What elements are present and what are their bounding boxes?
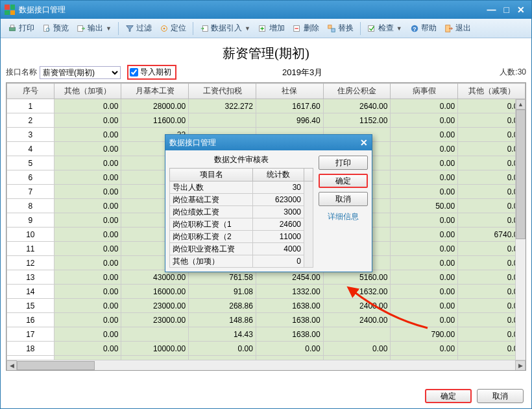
cell[interactable]: 0.00 xyxy=(54,185,121,199)
preview-button[interactable]: 预览 xyxy=(39,21,72,35)
cell[interactable]: 50.00 xyxy=(391,199,458,213)
cell[interactable]: 0.00 xyxy=(54,285,121,299)
cell[interactable]: 0.00 xyxy=(391,256,458,270)
dialog-close-icon[interactable]: ✕ xyxy=(360,137,368,148)
cell[interactable]: 0.00 xyxy=(54,299,121,313)
col-header[interactable]: 病事假 xyxy=(391,84,458,99)
cell[interactable]: 0.00 xyxy=(391,113,458,128)
cell[interactable]: 0.00 xyxy=(391,142,458,156)
cell[interactable]: 148.86 xyxy=(189,313,256,327)
check-button[interactable]: 检查▼ xyxy=(364,21,405,35)
table-row[interactable]: 10.0028000.00322.2721617.602640.000.000.… xyxy=(7,99,526,113)
cell[interactable]: 1638.00 xyxy=(256,327,323,342)
cell[interactable]: 0.00 xyxy=(391,313,458,327)
cell[interactable]: 0.00 xyxy=(54,128,121,142)
cell[interactable]: 0.00 xyxy=(391,128,458,142)
close-button[interactable]: ✕ xyxy=(517,5,525,15)
locate-button[interactable]: 定位 xyxy=(156,21,189,35)
cell[interactable]: 1638.00 xyxy=(256,313,323,327)
output-button[interactable]: 输出▼ xyxy=(73,21,115,35)
delete-button[interactable]: 删除 xyxy=(289,21,322,35)
col-header[interactable]: 住房公积金 xyxy=(323,84,391,99)
table-row[interactable]: 150.0023000.00268.861638.002400.000.000.… xyxy=(7,299,526,313)
cell[interactable]: 16000.00 xyxy=(121,285,189,299)
modal-scrollbar[interactable] xyxy=(304,181,313,268)
cell[interactable]: 91.08 xyxy=(189,285,256,299)
cell[interactable]: 1638.00 xyxy=(256,299,323,313)
audit-row[interactable]: 岗位基础工资623000 xyxy=(170,194,313,206)
cell[interactable]: 10000.00 xyxy=(121,342,189,356)
cell[interactable]: 996.40 xyxy=(256,113,323,128)
cell[interactable]: 1332.00 xyxy=(256,285,323,299)
cell[interactable]: 0.00 xyxy=(54,242,121,256)
table-row[interactable]: 160.0023000.00148.861638.002400.000.000.… xyxy=(7,313,526,327)
cell[interactable]: 0.00 xyxy=(391,242,458,256)
cell[interactable] xyxy=(121,327,189,342)
cell[interactable]: 0.00 xyxy=(391,99,458,113)
cell[interactable]: 0.00 xyxy=(54,342,121,356)
cell[interactable]: 0.00 xyxy=(391,185,458,199)
col-header[interactable]: 社保 xyxy=(256,84,323,99)
cell[interactable]: 2400.00 xyxy=(323,299,391,313)
print-button[interactable]: 打印 xyxy=(5,21,38,35)
cell[interactable]: 2400.00 xyxy=(323,313,391,327)
audit-row[interactable]: 岗位职业资格工资4000 xyxy=(170,243,313,255)
cell[interactable]: 1632.00 xyxy=(323,285,391,299)
cell[interactable]: 14.43 xyxy=(189,327,256,342)
cell[interactable]: 0.00 xyxy=(323,342,391,356)
audit-row[interactable]: 岗位职称工资（124600 xyxy=(170,218,313,231)
maximize-button[interactable]: □ xyxy=(504,5,509,15)
cell[interactable]: 0.00 xyxy=(54,170,121,185)
dialog-detail-link[interactable]: 详细信息 xyxy=(319,211,368,222)
scroll-up-icon[interactable]: ▲ xyxy=(516,99,526,110)
help-button[interactable]: ?帮助 xyxy=(407,21,440,35)
cell[interactable]: 0.00 xyxy=(54,213,121,228)
cell[interactable]: 0.00 xyxy=(391,342,458,356)
col-header[interactable]: 工资代扣税 xyxy=(189,84,256,99)
cell[interactable]: 0.00 xyxy=(54,156,121,170)
cancel-button[interactable]: 取消 xyxy=(477,389,524,403)
cell[interactable]: 0.00 xyxy=(54,142,121,156)
cell[interactable]: 0.00 xyxy=(391,213,458,228)
dialog-print-button[interactable]: 打印 xyxy=(319,156,368,170)
import-button[interactable]: 数据引入▼ xyxy=(197,21,254,35)
cell[interactable]: 0.00 xyxy=(189,342,256,356)
table-row[interactable]: 20.0011600.00996.401152.000.000.00 xyxy=(7,113,526,128)
cell[interactable]: 0.00 xyxy=(391,285,458,299)
ok-button[interactable]: 确定 xyxy=(425,389,472,403)
cell[interactable]: 0.00 xyxy=(54,270,121,285)
cell[interactable]: 0.00 xyxy=(54,327,121,342)
dialog-cancel-button[interactable]: 取消 xyxy=(319,192,368,206)
table-row[interactable]: 180.0010000.000.000.000.000.000.00 xyxy=(7,342,526,356)
dialog-ok-button[interactable]: 确定 xyxy=(319,174,368,188)
table-row[interactable]: 140.0016000.0091.081332.001632.000.000.0… xyxy=(7,285,526,299)
col-header[interactable]: 序号 xyxy=(7,84,54,99)
cell[interactable]: 0.00 xyxy=(54,313,121,327)
col-header[interactable]: 月基本工资 xyxy=(121,84,189,99)
cell[interactable] xyxy=(189,113,256,128)
audit-row[interactable]: 岗位职称工资（211000 xyxy=(170,231,313,243)
cell[interactable]: 0.00 xyxy=(54,99,121,113)
cell[interactable]: 322.272 xyxy=(189,99,256,113)
audit-row[interactable]: 其他（加项）0 xyxy=(170,255,313,268)
cell[interactable]: 790.00 xyxy=(391,327,458,342)
filter-button[interactable]: 过滤 xyxy=(122,21,155,35)
col-header[interactable]: 其他（减项） xyxy=(458,84,526,99)
cell[interactable]: 0.00 xyxy=(391,270,458,285)
cell[interactable]: 0.00 xyxy=(391,156,458,170)
horizontal-scrollbar[interactable]: ◀ ▶ xyxy=(6,360,526,370)
cell[interactable]: 0.00 xyxy=(54,113,121,128)
cell[interactable] xyxy=(323,327,391,342)
vertical-scrollbar[interactable]: ▲ xyxy=(515,99,526,360)
scroll-right-icon[interactable]: ▶ xyxy=(515,360,526,371)
cell[interactable]: 0.00 xyxy=(391,228,458,242)
cell[interactable]: 0.00 xyxy=(54,256,121,270)
cell[interactable]: 1152.00 xyxy=(323,113,391,128)
cell[interactable]: 2640.00 xyxy=(323,99,391,113)
cell[interactable]: 0.00 xyxy=(391,170,458,185)
audit-row[interactable]: 岗位绩效工资3000 xyxy=(170,206,313,218)
scroll-left-icon[interactable]: ◀ xyxy=(6,360,17,371)
modal-scroll[interactable] xyxy=(304,169,313,181)
cell[interactable]: 268.86 xyxy=(189,299,256,313)
add-button[interactable]: 增加 xyxy=(255,21,288,35)
